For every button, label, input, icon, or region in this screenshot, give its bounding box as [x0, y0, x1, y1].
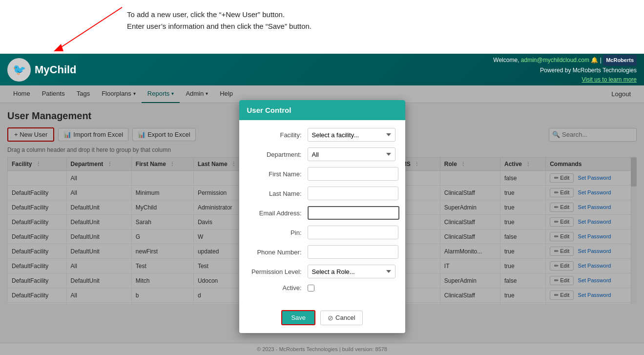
phone-label: Phone Number:	[249, 249, 308, 256]
firstname-label: First Name:	[249, 170, 308, 178]
lastname-input[interactable]	[308, 187, 398, 200]
logo-circle: 🐦	[7, 58, 31, 82]
welcome-line: Welcome, admin@mychildcloud.com 🔔 | McRo…	[493, 55, 637, 66]
lastname-row: Last Name:	[249, 187, 395, 200]
visit-link-line[interactable]: Visit us to learn more	[493, 75, 637, 84]
mcroberts-logo: McRoberts	[603, 55, 637, 66]
modal-title: User Control	[247, 106, 291, 114]
cancel-button[interactable]: ⊘ Cancel	[320, 311, 362, 325]
annotation-arrow	[49, 5, 127, 54]
phone-row: Phone Number:	[249, 245, 395, 259]
logo-area: 🐦 MyChild	[7, 58, 77, 82]
email-row: Email Address:	[249, 206, 395, 220]
department-label: Department:	[249, 151, 308, 158]
email-label: Email Address:	[249, 209, 308, 217]
modal-footer: Save ⊘ Cancel	[239, 305, 405, 333]
logo-bird-icon: 🐦	[13, 63, 26, 76]
facility-label: Facility:	[249, 131, 308, 139]
lastname-label: Last Name:	[249, 190, 308, 197]
pin-input[interactable]	[308, 226, 398, 239]
firstname-input[interactable]	[308, 167, 398, 181]
visit-us-link[interactable]: Visit us to learn more	[582, 76, 637, 83]
permission-label: Permission Level:	[249, 268, 308, 275]
header-right: Welcome, admin@mychildcloud.com 🔔 | McRo…	[493, 55, 637, 85]
cancel-icon: ⊘	[328, 314, 333, 322]
svg-line-0	[59, 7, 122, 49]
pin-label: Pin:	[249, 229, 308, 236]
department-row: Department: All	[249, 147, 395, 161]
permission-select[interactable]: Select a Role...	[308, 265, 395, 278]
active-checkbox[interactable]	[308, 285, 314, 292]
app-header: 🐦 MyChild Welcome, admin@mychildcloud.co…	[0, 54, 644, 85]
facility-select[interactable]: Select a facility...	[308, 128, 395, 142]
modal-body: Facility: Select a facility... Departmen…	[239, 120, 405, 305]
annotation-area: To add a new user, click the “+New User”…	[0, 0, 644, 54]
user-email-link[interactable]: admin@mychildcloud.com	[521, 57, 589, 63]
user-control-modal: User Control Facility: Select a facility…	[239, 100, 405, 333]
pin-row: Pin:	[249, 226, 395, 239]
phone-input[interactable]	[308, 245, 398, 259]
svg-marker-1	[54, 44, 63, 51]
email-input[interactable]	[308, 206, 399, 220]
permission-row: Permission Level: Select a Role...	[249, 265, 395, 278]
save-button[interactable]: Save	[281, 310, 315, 325]
firstname-row: First Name:	[249, 167, 395, 181]
active-label: Active:	[249, 284, 308, 292]
department-select[interactable]: All	[308, 147, 395, 161]
active-row: Active:	[249, 284, 395, 292]
facility-row: Facility: Select a facility...	[249, 128, 395, 142]
logo-text: MyChild	[35, 63, 77, 76]
modal-header: User Control	[239, 100, 405, 120]
annotation-text: To add a new user, click the “+New User”…	[127, 9, 634, 32]
powered-by-line: Powered by McRoberts Technologies	[493, 66, 637, 75]
modal-overlay: User Control Facility: Select a facility…	[0, 85, 644, 355]
